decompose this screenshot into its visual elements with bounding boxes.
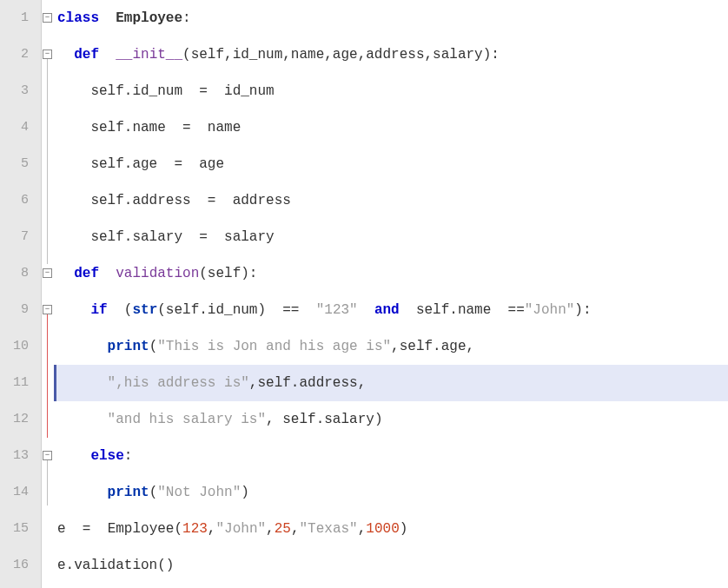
string-literal: "and his salary is" — [108, 412, 266, 427]
lhs: self.name — [90, 120, 165, 135]
string-literal: "This is Jon and his age is" — [157, 339, 391, 354]
rhs: salary — [224, 229, 275, 245]
fold-toggle-icon[interactable] — [43, 305, 52, 314]
lhs: e — [57, 521, 66, 537]
comma: , — [291, 521, 300, 537]
builtin-str: str — [132, 302, 157, 318]
number-literal: 25 — [275, 521, 291, 537]
code-line[interactable]: print("Not John") — [54, 474, 728, 511]
rhs: id_num — [224, 83, 275, 99]
comma: , — [358, 521, 367, 537]
line-number: 5 — [0, 146, 41, 182]
args: (self): — [199, 266, 257, 281]
string-literal: "Texas" — [300, 521, 358, 537]
number-literal: 123 — [182, 521, 208, 537]
line-number: 12 — [0, 401, 41, 438]
keyword-def: def — [74, 266, 99, 281]
assign-op: = — [199, 229, 208, 245]
fold-guide — [47, 460, 48, 505]
colon: : — [124, 448, 133, 464]
line-number: 15 — [0, 511, 41, 547]
code-line[interactable]: self.age = age — [54, 146, 728, 182]
string-literal: ",his address is" — [108, 375, 249, 391]
number-literal: 1000 — [366, 521, 399, 537]
paren: ( — [124, 302, 133, 318]
fold-toggle-icon[interactable] — [43, 451, 52, 460]
assign-op: = — [83, 521, 91, 537]
code-line[interactable]: def validation(self): — [54, 255, 728, 292]
keyword-if: if — [90, 302, 107, 318]
line-number: 2 — [0, 36, 41, 73]
code-editor: 1 2 3 4 5 6 7 8 9 10 11 12 13 14 15 16 c… — [0, 0, 728, 588]
code-line[interactable]: else: — [54, 438, 728, 474]
code-line[interactable]: def __init__(self,id_num,name,age,addres… — [54, 36, 728, 73]
rhs: age — [199, 156, 224, 172]
cursor-indicator — [54, 365, 56, 401]
eqeq-op: == — [508, 302, 525, 318]
keyword-def: def — [74, 47, 99, 63]
line-number: 7 — [0, 219, 41, 255]
line-number: 4 — [0, 109, 41, 146]
method-call: e.validation() — [57, 558, 174, 573]
line-number: 10 — [0, 328, 41, 365]
builtin-print: print — [108, 485, 149, 500]
colon: : — [182, 10, 191, 26]
code-line[interactable]: self.salary = salary — [54, 219, 728, 255]
code-line[interactable]: if (str(self.id_num) == "123" and self.n… — [54, 292, 728, 328]
code-area[interactable]: class Employee: def __init__(self,id_num… — [54, 0, 728, 588]
expr: self.salary — [275, 412, 374, 427]
comma: , — [266, 521, 275, 537]
expr: self.address, — [257, 375, 366, 391]
code-line[interactable]: "and his salary is", self.salary) — [54, 401, 728, 438]
lhs: self.salary — [90, 229, 182, 245]
code-line[interactable]: e = Employee(123,"John",25,"Texas",1000) — [54, 511, 728, 547]
fold-column — [42, 0, 54, 588]
code-line[interactable]: self.id_num = id_num — [54, 73, 728, 109]
rhs: name — [208, 120, 241, 135]
code-line-active[interactable]: ",his address is",self.address, — [54, 365, 728, 401]
function-name: __init__ — [116, 47, 182, 63]
code-line[interactable]: e.validation() — [54, 547, 728, 584]
lhs: self.age — [90, 156, 157, 172]
expr: self.age, — [400, 339, 474, 354]
line-number: 3 — [0, 73, 41, 109]
assign-op: = — [199, 83, 208, 99]
string-literal: "123" — [316, 302, 358, 318]
line-number: 8 — [0, 255, 41, 292]
line-number: 6 — [0, 182, 41, 219]
paren: ) — [241, 485, 249, 500]
code-line[interactable]: class Employee: — [54, 0, 728, 36]
paren: ( — [149, 485, 158, 500]
line-number: 13 — [0, 438, 41, 474]
keyword-else: else — [90, 448, 123, 464]
lhs: self.id_num — [90, 83, 182, 99]
class-name: Employee — [116, 10, 182, 26]
comma: , — [266, 412, 275, 427]
code-line[interactable]: self.name = name — [54, 109, 728, 146]
line-number: 11 — [0, 365, 41, 401]
code-line[interactable]: self.address = address — [54, 182, 728, 219]
code-line[interactable]: print("This is Jon and his age is",self.… — [54, 328, 728, 365]
line-number: 1 — [0, 0, 41, 36]
line-number-gutter: 1 2 3 4 5 6 7 8 9 10 11 12 13 14 15 16 — [0, 0, 42, 588]
fold-toggle-icon[interactable] — [43, 50, 52, 59]
fold-toggle-icon[interactable] — [43, 13, 52, 23]
lhs: self.address — [90, 193, 190, 208]
paren: ( — [149, 339, 158, 354]
eqeq-op: == — [282, 302, 299, 318]
builtin-print: print — [108, 339, 149, 354]
fold-guide — [47, 59, 48, 264]
paren: ): — [574, 302, 591, 318]
keyword-class: class — [57, 10, 99, 26]
string-literal: "John" — [525, 302, 575, 318]
string-literal: "John" — [215, 521, 266, 537]
rhs: address — [233, 193, 291, 208]
assign-op: = — [182, 120, 191, 135]
fold-toggle-icon[interactable] — [43, 268, 52, 278]
comma: , — [391, 339, 400, 354]
assign-op: = — [208, 193, 216, 208]
keyword-and: and — [374, 302, 400, 318]
fold-guide — [47, 314, 48, 438]
paren: ) — [374, 412, 383, 427]
args: (self,id_num,name,age,address,salary): — [182, 47, 500, 63]
